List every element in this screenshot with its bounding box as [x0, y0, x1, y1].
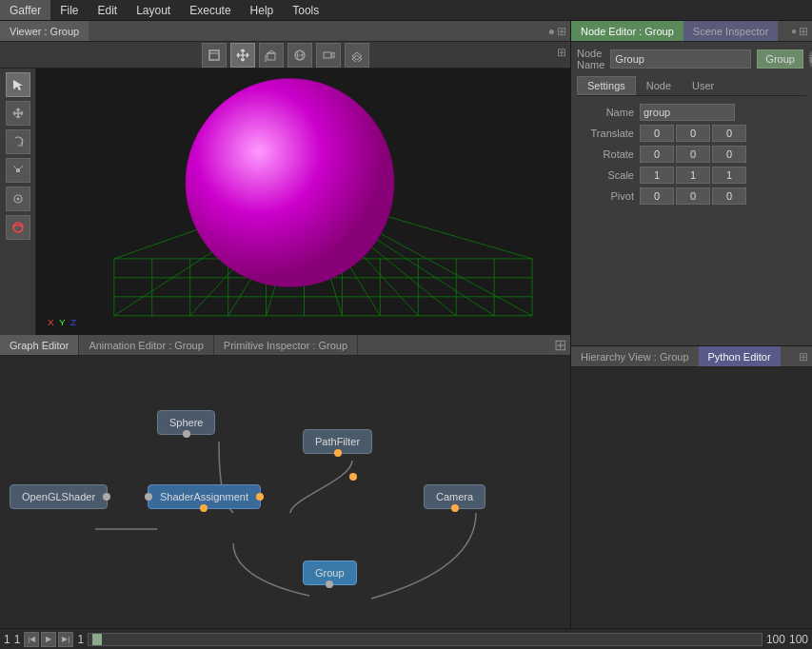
play-controls: |◀ ▶ ▶| [24, 632, 73, 647]
graph-expand-icon[interactable]: ⊞ [554, 335, 566, 356]
viewer-circle-icon[interactable]: ● [548, 25, 555, 38]
svg-point-52 [349, 473, 357, 481]
svg-text:X: X [48, 317, 54, 327]
menu-file[interactable]: File [50, 0, 88, 20]
translate-z[interactable] [712, 125, 746, 142]
translate-label: Translate [577, 128, 634, 139]
viewer-tab-label: Viewer : Group [0, 21, 89, 41]
pivot-x[interactable] [640, 187, 674, 205]
settings-tab-user[interactable]: User [682, 76, 724, 95]
node-group-button[interactable]: Group [757, 49, 803, 69]
svg-line-14 [13, 166, 18, 170]
node-pathfilter[interactable]: PathFilter [303, 429, 372, 454]
toolbar-rotate[interactable] [6, 129, 30, 154]
svg-point-18 [13, 223, 23, 232]
node-camera[interactable]: Camera [424, 484, 485, 509]
viewer-expand-icon[interactable]: ⊞ [557, 46, 566, 59]
viewer-grid-icon[interactable]: ⊞ [557, 25, 566, 38]
svg-point-17 [16, 198, 19, 201]
menubar: Gaffer File Edit Layout Execute Help Too… [0, 0, 812, 21]
next-frame-button[interactable]: ▶| [58, 632, 73, 647]
toolbar-shading[interactable] [6, 215, 30, 240]
status-end2: 100 [789, 633, 808, 646]
status-end1: 100 [766, 633, 785, 646]
name-input[interactable] [640, 104, 735, 121]
play-button[interactable]: ▶ [41, 632, 56, 647]
menu-edit[interactable]: Edit [88, 0, 127, 20]
scale-x[interactable] [640, 167, 674, 184]
status-num2: 1 [14, 633, 21, 646]
rotate-z[interactable] [712, 146, 746, 163]
menu-execute[interactable]: Execute [180, 0, 240, 20]
node-editor-circle-icon[interactable]: ● [791, 26, 797, 36]
tab-graph-editor[interactable]: Graph Editor [0, 335, 79, 355]
menu-tools[interactable]: Tools [283, 0, 328, 20]
python-editor-grid-icon[interactable]: ⊞ [799, 350, 808, 364]
viewer-tool-cube[interactable] [259, 43, 284, 68]
rotate-x[interactable] [640, 146, 674, 163]
svg-rect-9 [324, 52, 331, 58]
toolbar-transform[interactable] [6, 101, 30, 126]
svg-marker-12 [352, 52, 362, 60]
viewer-tool-box[interactable] [202, 43, 227, 68]
scale-z[interactable] [712, 167, 746, 184]
svg-text:Z: Z [70, 317, 76, 327]
svg-point-47 [186, 78, 395, 287]
viewer-tool-move[interactable] [230, 43, 255, 68]
menu-help[interactable]: Help [241, 0, 284, 20]
node-editor-grid-icon[interactable]: ⊞ [799, 25, 808, 38]
node-group[interactable]: Group [303, 560, 357, 585]
rotate-label: Rotate [577, 148, 634, 160]
pivot-z[interactable] [712, 187, 746, 205]
statusbar: 1 1 |◀ ▶ ▶| 1 100 100 [0, 628, 812, 649]
rotate-y[interactable] [676, 146, 710, 163]
pivot-label: Pivot [577, 190, 634, 202]
scale-y[interactable] [676, 167, 710, 184]
menu-gaffer[interactable]: Gaffer [0, 0, 50, 20]
name-label: Name [577, 107, 634, 118]
translate-y[interactable] [676, 125, 710, 142]
tab-node-editor[interactable]: Node Editor : Group [571, 21, 683, 41]
toolbar-camera-orbit[interactable] [6, 187, 30, 211]
tab-scene-inspector[interactable]: Scene Inspector [683, 21, 779, 41]
settings-tabs: Settings Node User [577, 76, 806, 96]
settings-tab-node[interactable]: Node [636, 76, 682, 95]
prop-scale-row: Scale [577, 167, 806, 184]
viewer-tool-sphere[interactable] [287, 43, 312, 68]
svg-rect-2 [267, 53, 275, 60]
viewer-tool-camera[interactable] [316, 43, 341, 68]
prop-rotate-row: Rotate [577, 146, 806, 163]
tab-animation-editor[interactable]: Animation Editor : Group [79, 335, 213, 355]
tab-primitive-inspector[interactable]: Primitive Inspector : Group [214, 335, 358, 355]
node-name-input[interactable] [610, 49, 751, 69]
svg-marker-3 [267, 50, 275, 53]
tab-hierarchy-view[interactable]: Hierarchy View : Group [571, 346, 699, 366]
node-openglshader[interactable]: OpenGLShader [10, 484, 108, 509]
tab-python-editor[interactable]: Python Editor [699, 346, 781, 366]
pivot-y[interactable] [676, 187, 710, 205]
prop-pivot-row: Pivot [577, 187, 806, 205]
status-num1: 1 [4, 633, 10, 646]
translate-x[interactable] [640, 125, 674, 142]
node-shaderassignment[interactable]: ShaderAssignment [148, 484, 261, 509]
node-name-row: Node Name Group i ⚙ [577, 48, 806, 70]
prop-translate-row: Translate [577, 125, 806, 142]
settings-tab-settings[interactable]: Settings [577, 76, 636, 95]
svg-rect-0 [209, 50, 219, 60]
status-current-frame: 1 [77, 633, 84, 646]
svg-marker-11 [352, 55, 362, 62]
toolbar-select[interactable] [6, 72, 30, 97]
toolbar-scale[interactable] [6, 158, 30, 183]
node-sphere[interactable]: Sphere [157, 410, 215, 435]
node-name-label: Node Name [577, 48, 604, 70]
menu-layout[interactable]: Layout [127, 0, 180, 20]
python-editor-content[interactable] [571, 367, 812, 628]
svg-line-15 [18, 166, 23, 170]
svg-text:Y: Y [59, 317, 66, 327]
timeline-indicator[interactable] [92, 634, 102, 645]
scale-label: Scale [577, 169, 634, 181]
prop-name-row: Name [577, 104, 806, 121]
viewer-tool-plane[interactable] [345, 43, 369, 68]
prev-frame-button[interactable]: |◀ [24, 632, 39, 647]
